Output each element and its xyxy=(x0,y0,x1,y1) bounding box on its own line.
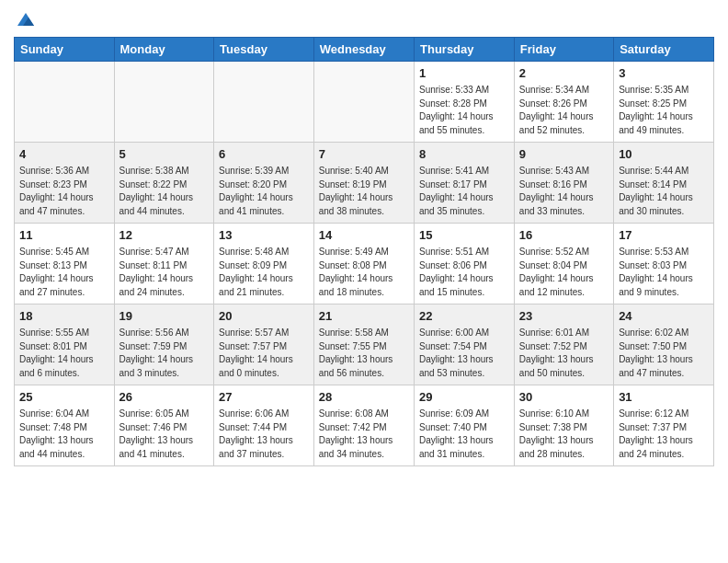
day-info: Sunrise: 5:53 AM Sunset: 8:03 PM Dayligh… xyxy=(619,246,709,299)
day-info: Sunrise: 5:33 AM Sunset: 8:28 PM Dayligh… xyxy=(419,84,509,137)
day-number: 17 xyxy=(619,227,709,244)
calendar-cell: 10Sunrise: 5:44 AM Sunset: 8:14 PM Dayli… xyxy=(614,143,714,224)
day-info: Sunrise: 5:58 AM Sunset: 7:55 PM Dayligh… xyxy=(319,327,409,380)
weekday-header-tuesday: Tuesday xyxy=(214,38,314,62)
weekday-header-wednesday: Wednesday xyxy=(313,38,414,62)
day-number: 31 xyxy=(619,389,709,406)
day-info: Sunrise: 6:00 AM Sunset: 7:54 PM Dayligh… xyxy=(419,327,509,380)
calendar-cell: 24Sunrise: 6:02 AM Sunset: 7:50 PM Dayli… xyxy=(614,304,714,385)
day-info: Sunrise: 5:49 AM Sunset: 8:08 PM Dayligh… xyxy=(319,246,409,299)
calendar-cell: 31Sunrise: 6:12 AM Sunset: 7:37 PM Dayli… xyxy=(614,385,714,466)
day-info: Sunrise: 6:04 AM Sunset: 7:48 PM Dayligh… xyxy=(19,408,109,461)
day-number: 20 xyxy=(219,308,309,325)
day-number: 14 xyxy=(319,227,409,244)
day-info: Sunrise: 5:39 AM Sunset: 8:20 PM Dayligh… xyxy=(219,165,309,218)
day-number: 3 xyxy=(619,65,709,82)
day-info: Sunrise: 6:05 AM Sunset: 7:46 PM Dayligh… xyxy=(119,408,210,461)
calendar-cell: 27Sunrise: 6:06 AM Sunset: 7:44 PM Dayli… xyxy=(214,385,314,466)
day-info: Sunrise: 6:10 AM Sunset: 7:38 PM Dayligh… xyxy=(519,408,609,461)
day-number: 27 xyxy=(219,389,309,406)
calendar-cell: 25Sunrise: 6:04 AM Sunset: 7:48 PM Dayli… xyxy=(15,385,115,466)
day-info: Sunrise: 6:12 AM Sunset: 7:37 PM Dayligh… xyxy=(619,408,709,461)
weekday-header-saturday: Saturday xyxy=(614,38,714,62)
day-info: Sunrise: 6:08 AM Sunset: 7:42 PM Dayligh… xyxy=(319,408,409,461)
calendar-cell: 16Sunrise: 5:52 AM Sunset: 8:04 PM Dayli… xyxy=(514,224,613,304)
calendar-cell: 17Sunrise: 5:53 AM Sunset: 8:03 PM Dayli… xyxy=(614,224,714,304)
weekday-header-friday: Friday xyxy=(514,38,613,62)
day-number: 2 xyxy=(519,65,609,82)
calendar-cell: 26Sunrise: 6:05 AM Sunset: 7:46 PM Dayli… xyxy=(114,385,214,466)
day-number: 4 xyxy=(19,146,109,163)
calendar-table: SundayMondayTuesdayWednesdayThursdayFrid… xyxy=(14,37,714,466)
calendar-cell: 13Sunrise: 5:48 AM Sunset: 8:09 PM Dayli… xyxy=(214,224,314,304)
day-info: Sunrise: 6:06 AM Sunset: 7:44 PM Dayligh… xyxy=(219,408,309,461)
day-number: 16 xyxy=(519,227,609,244)
day-info: Sunrise: 5:47 AM Sunset: 8:11 PM Dayligh… xyxy=(119,246,210,299)
calendar-cell: 20Sunrise: 5:57 AM Sunset: 7:57 PM Dayli… xyxy=(214,304,314,385)
day-info: Sunrise: 6:02 AM Sunset: 7:50 PM Dayligh… xyxy=(619,327,709,380)
day-info: Sunrise: 5:45 AM Sunset: 8:13 PM Dayligh… xyxy=(19,246,109,299)
page-header xyxy=(14,9,714,29)
day-number: 25 xyxy=(19,389,109,406)
day-number: 6 xyxy=(219,146,309,163)
calendar-cell: 28Sunrise: 6:08 AM Sunset: 7:42 PM Dayli… xyxy=(313,385,414,466)
day-number: 8 xyxy=(419,146,509,163)
weekday-header-thursday: Thursday xyxy=(415,38,515,62)
calendar-cell: 2Sunrise: 5:34 AM Sunset: 8:26 PM Daylig… xyxy=(514,62,613,143)
day-info: Sunrise: 5:55 AM Sunset: 8:01 PM Dayligh… xyxy=(19,327,109,380)
day-info: Sunrise: 5:35 AM Sunset: 8:25 PM Dayligh… xyxy=(619,84,709,137)
day-info: Sunrise: 5:56 AM Sunset: 7:59 PM Dayligh… xyxy=(119,327,210,380)
calendar-cell xyxy=(313,62,414,143)
day-number: 24 xyxy=(619,308,709,325)
day-number: 19 xyxy=(119,308,210,325)
weekday-header-sunday: Sunday xyxy=(15,38,115,62)
day-info: Sunrise: 5:52 AM Sunset: 8:04 PM Dayligh… xyxy=(519,246,609,299)
day-number: 30 xyxy=(519,389,609,406)
day-number: 28 xyxy=(319,389,409,406)
calendar-cell: 23Sunrise: 6:01 AM Sunset: 7:52 PM Dayli… xyxy=(514,304,613,385)
calendar-cell: 15Sunrise: 5:51 AM Sunset: 8:06 PM Dayli… xyxy=(415,224,515,304)
day-number: 23 xyxy=(519,308,609,325)
logo xyxy=(14,17,36,29)
calendar-cell: 6Sunrise: 5:39 AM Sunset: 8:20 PM Daylig… xyxy=(214,143,314,224)
day-number: 21 xyxy=(319,308,409,325)
week-row-2: 4Sunrise: 5:36 AM Sunset: 8:23 PM Daylig… xyxy=(15,143,714,224)
calendar-cell xyxy=(114,62,214,143)
calendar-cell xyxy=(15,62,115,143)
day-number: 5 xyxy=(119,146,210,163)
calendar-body: 1Sunrise: 5:33 AM Sunset: 8:28 PM Daylig… xyxy=(15,62,714,466)
day-info: Sunrise: 5:34 AM Sunset: 8:26 PM Dayligh… xyxy=(519,84,609,137)
weekday-header-row: SundayMondayTuesdayWednesdayThursdayFrid… xyxy=(15,38,714,62)
day-number: 18 xyxy=(19,308,109,325)
day-number: 1 xyxy=(419,65,509,82)
calendar-cell: 22Sunrise: 6:00 AM Sunset: 7:54 PM Dayli… xyxy=(415,304,515,385)
day-info: Sunrise: 5:40 AM Sunset: 8:19 PM Dayligh… xyxy=(319,165,409,218)
calendar-cell: 4Sunrise: 5:36 AM Sunset: 8:23 PM Daylig… xyxy=(15,143,115,224)
calendar-cell: 14Sunrise: 5:49 AM Sunset: 8:08 PM Dayli… xyxy=(313,224,414,304)
day-info: Sunrise: 5:43 AM Sunset: 8:16 PM Dayligh… xyxy=(519,165,609,218)
day-info: Sunrise: 6:09 AM Sunset: 7:40 PM Dayligh… xyxy=(419,408,509,461)
day-number: 12 xyxy=(119,227,210,244)
week-row-1: 1Sunrise: 5:33 AM Sunset: 8:28 PM Daylig… xyxy=(15,62,714,143)
calendar-cell: 18Sunrise: 5:55 AM Sunset: 8:01 PM Dayli… xyxy=(15,304,115,385)
calendar-cell: 30Sunrise: 6:10 AM Sunset: 7:38 PM Dayli… xyxy=(514,385,613,466)
day-number: 11 xyxy=(19,227,109,244)
calendar-cell: 21Sunrise: 5:58 AM Sunset: 7:55 PM Dayli… xyxy=(313,304,414,385)
calendar-cell xyxy=(214,62,314,143)
day-info: Sunrise: 5:41 AM Sunset: 8:17 PM Dayligh… xyxy=(419,165,509,218)
day-info: Sunrise: 5:48 AM Sunset: 8:09 PM Dayligh… xyxy=(219,246,309,299)
calendar-cell: 19Sunrise: 5:56 AM Sunset: 7:59 PM Dayli… xyxy=(114,304,214,385)
calendar-cell: 9Sunrise: 5:43 AM Sunset: 8:16 PM Daylig… xyxy=(514,143,613,224)
day-number: 9 xyxy=(519,146,609,163)
day-number: 29 xyxy=(419,389,509,406)
day-number: 15 xyxy=(419,227,509,244)
weekday-header-monday: Monday xyxy=(114,38,214,62)
week-row-5: 25Sunrise: 6:04 AM Sunset: 7:48 PM Dayli… xyxy=(15,385,714,466)
day-number: 10 xyxy=(619,146,709,163)
day-number: 26 xyxy=(119,389,210,406)
day-info: Sunrise: 5:36 AM Sunset: 8:23 PM Dayligh… xyxy=(19,165,109,218)
day-info: Sunrise: 5:44 AM Sunset: 8:14 PM Dayligh… xyxy=(619,165,709,218)
day-info: Sunrise: 5:51 AM Sunset: 8:06 PM Dayligh… xyxy=(419,246,509,299)
calendar-cell: 3Sunrise: 5:35 AM Sunset: 8:25 PM Daylig… xyxy=(614,62,714,143)
calendar-cell: 11Sunrise: 5:45 AM Sunset: 8:13 PM Dayli… xyxy=(15,224,115,304)
